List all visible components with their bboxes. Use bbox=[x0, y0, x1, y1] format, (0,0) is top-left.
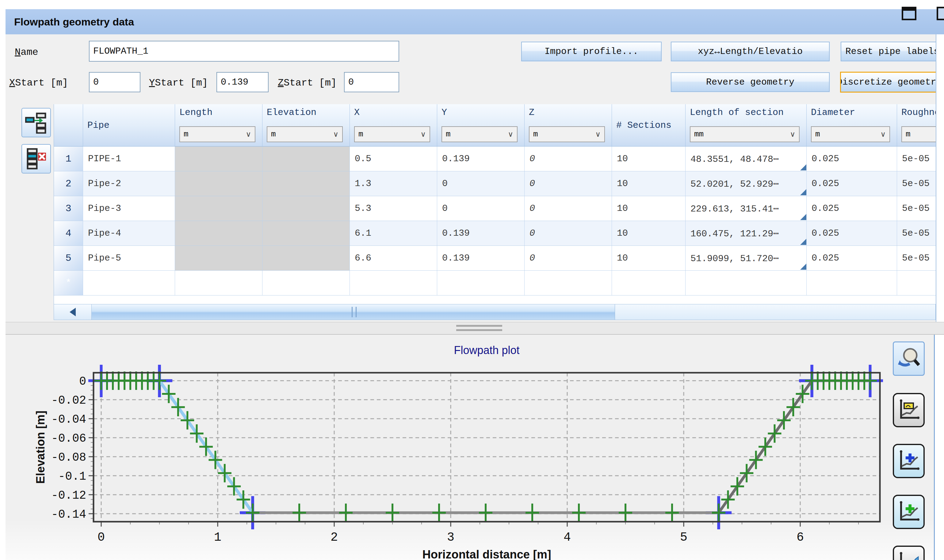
table-row[interactable]: 5 Pipe-5 6.6 0.139 0 10 51.9099, 51.720⋯… bbox=[54, 246, 936, 271]
row-number[interactable]: 2 bbox=[54, 171, 83, 196]
cell-roughness[interactable]: 5e-05 bbox=[897, 171, 936, 196]
row-number[interactable]: 4 bbox=[54, 221, 83, 246]
xstart-input[interactable]: 0 bbox=[89, 72, 140, 92]
cell-y[interactable]: 0 bbox=[437, 196, 525, 221]
cell-z[interactable]: 0 bbox=[525, 221, 612, 246]
cell-x[interactable]: 5.3 bbox=[350, 196, 437, 221]
fill-area-button[interactable] bbox=[893, 546, 925, 560]
cell-pipe[interactable]: Pipe-3 bbox=[83, 196, 175, 221]
cell-length-of-section[interactable]: 229.613, 315.41⋯ bbox=[685, 196, 807, 221]
cell-diameter[interactable]: 0.025 bbox=[807, 171, 897, 196]
cell-diameter[interactable]: 0.025 bbox=[807, 221, 897, 246]
new-row-marker[interactable]: * bbox=[54, 271, 83, 295]
cell-empty[interactable] bbox=[807, 271, 897, 295]
elevation-unit-select[interactable]: m ∨ bbox=[267, 126, 343, 142]
add-curve-blue-button[interactable] bbox=[893, 444, 925, 478]
add-curve-green-button[interactable] bbox=[893, 495, 925, 529]
cell-empty[interactable] bbox=[437, 271, 525, 295]
cell-z[interactable]: 0 bbox=[525, 171, 612, 196]
cell-length-of-section[interactable]: 48.3551, 48.478⋯ bbox=[685, 146, 807, 171]
length-unit-select[interactable]: m ∨ bbox=[179, 126, 256, 142]
cell-diameter[interactable]: 0.025 bbox=[807, 146, 897, 171]
table-row[interactable]: 3 Pipe-3 5.3 0 0 10 229.613, 315.41⋯ 0.0… bbox=[54, 196, 936, 221]
cell-x[interactable]: 1.3 bbox=[350, 171, 437, 196]
add-pipe-row-button[interactable] bbox=[22, 108, 51, 137]
cell-roughness[interactable]: 5e-05 bbox=[897, 221, 936, 246]
table-row[interactable]: 2 Pipe-2 1.3 0 0 10 52.0201, 52.929⋯ 0.0… bbox=[54, 171, 936, 196]
zoom-reset-button[interactable] bbox=[893, 342, 925, 376]
cell-length-of-section[interactable]: 160.475, 121.29⋯ bbox=[685, 221, 807, 246]
cell-empty[interactable] bbox=[175, 271, 262, 295]
scroll-left-button[interactable] bbox=[54, 305, 92, 320]
discretize-geometry-button[interactable]: Discretize geometry. bbox=[840, 72, 944, 92]
cell-empty[interactable] bbox=[83, 271, 175, 295]
header-length[interactable]: Length m ∨ bbox=[175, 104, 262, 146]
axis-label-button[interactable] bbox=[893, 393, 925, 427]
scrollbar-thumb[interactable] bbox=[92, 305, 615, 320]
cell-y[interactable]: 0 bbox=[437, 171, 525, 196]
cell-pipe[interactable]: Pipe-4 bbox=[83, 221, 175, 246]
cell-sections[interactable]: 10 bbox=[612, 146, 685, 171]
header-length-of-section[interactable]: Length of section mm ∨ bbox=[685, 104, 807, 146]
header-sections[interactable]: # Sections bbox=[612, 104, 685, 146]
cell-pipe[interactable]: Pipe-5 bbox=[83, 246, 175, 271]
cell-diameter[interactable]: 0.025 bbox=[807, 246, 897, 271]
panel-splitter[interactable] bbox=[6, 322, 944, 335]
cell-empty[interactable] bbox=[897, 271, 936, 295]
header-elevation[interactable]: Elevation m ∨ bbox=[262, 104, 350, 146]
cell-empty[interactable] bbox=[685, 271, 807, 295]
import-profile-button[interactable]: Import profile... bbox=[521, 42, 662, 61]
cell-z[interactable]: 0 bbox=[525, 146, 612, 171]
cell-roughness[interactable]: 5e-05 bbox=[897, 146, 936, 171]
cell-roughness[interactable]: 5e-05 bbox=[897, 246, 936, 271]
scrollbar-track[interactable] bbox=[615, 305, 935, 320]
header-y[interactable]: Y m ∨ bbox=[437, 104, 525, 146]
roughness-unit-select[interactable]: m ∨ bbox=[901, 126, 936, 142]
row-number[interactable]: 3 bbox=[54, 196, 83, 221]
cell-x[interactable]: 6.1 bbox=[350, 221, 437, 246]
titlebar[interactable]: Flowpath geometry data bbox=[6, 9, 944, 34]
cell-x[interactable]: 0.5 bbox=[350, 146, 437, 171]
ystart-input[interactable]: 0.139 bbox=[216, 72, 269, 92]
zstart-input[interactable]: 0 bbox=[344, 72, 399, 92]
reverse-geometry-button[interactable]: Reverse geometry bbox=[671, 72, 830, 92]
table-horizontal-scrollbar[interactable] bbox=[54, 304, 936, 320]
header-pipe[interactable]: Pipe bbox=[83, 104, 175, 146]
table-row[interactable]: 1 PIPE-1 0.5 0.139 0 10 48.3551, 48.478⋯… bbox=[54, 146, 936, 171]
header-z[interactable]: Z m ∨ bbox=[525, 104, 612, 146]
cell-diameter[interactable]: 0.025 bbox=[807, 196, 897, 221]
header-roughness[interactable]: Roughness m ∨ bbox=[897, 104, 936, 146]
cell-sections[interactable]: 10 bbox=[612, 196, 685, 221]
partial-window-button[interactable] bbox=[937, 7, 944, 20]
x-unit-select[interactable]: m ∨ bbox=[354, 126, 430, 142]
cell-sections[interactable]: 10 bbox=[612, 221, 685, 246]
cell-pipe[interactable]: Pipe-2 bbox=[83, 171, 175, 196]
cell-x[interactable]: 6.6 bbox=[350, 246, 437, 271]
row-number[interactable]: 1 bbox=[54, 146, 83, 171]
cell-y[interactable]: 0.139 bbox=[437, 221, 525, 246]
cell-y[interactable]: 0.139 bbox=[437, 146, 525, 171]
cell-z[interactable]: 0 bbox=[525, 196, 612, 221]
cell-z[interactable]: 0 bbox=[525, 246, 612, 271]
cell-empty[interactable] bbox=[525, 271, 612, 295]
row-number[interactable]: 5 bbox=[54, 246, 83, 271]
diameter-unit-select[interactable]: m ∨ bbox=[811, 126, 890, 142]
cell-y[interactable]: 0.139 bbox=[437, 246, 525, 271]
flowpath-chart[interactable]: 01234560-0.02-0.04-0.06-0.08-0.1-0.12-0.… bbox=[25, 365, 889, 560]
header-x[interactable]: X m ∨ bbox=[350, 104, 437, 146]
cell-sections[interactable]: 10 bbox=[612, 246, 685, 271]
cell-empty[interactable] bbox=[350, 271, 437, 295]
delete-pipe-row-button[interactable] bbox=[22, 144, 51, 174]
cell-empty[interactable] bbox=[262, 271, 350, 295]
header-diameter[interactable]: Diameter m ∨ bbox=[807, 104, 897, 146]
z-unit-select[interactable]: m ∨ bbox=[529, 126, 605, 142]
table-row[interactable]: 4 Pipe-4 6.1 0.139 0 10 160.475, 121.29⋯… bbox=[54, 221, 936, 246]
cell-pipe[interactable]: PIPE-1 bbox=[83, 146, 175, 171]
cell-length-of-section[interactable]: 51.9099, 51.720⋯ bbox=[685, 246, 807, 271]
xyz-length-elevation-button[interactable]: xyz↔Length/Elevatio bbox=[671, 42, 830, 61]
cell-roughness[interactable]: 5e-05 bbox=[897, 196, 936, 221]
name-input[interactable]: FLOWPATH_1 bbox=[89, 41, 399, 62]
cell-sections[interactable]: 10 bbox=[612, 171, 685, 196]
y-unit-select[interactable]: m ∨ bbox=[442, 126, 517, 142]
cell-empty[interactable] bbox=[612, 271, 685, 295]
